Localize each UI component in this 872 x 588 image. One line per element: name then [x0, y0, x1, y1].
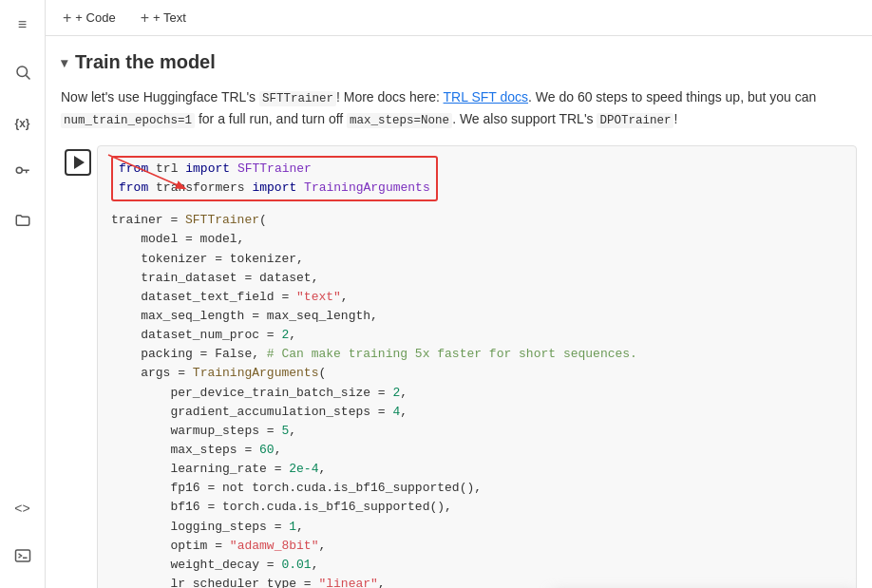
- prose-line1-start: Now let's use Huggingface TRL's: [61, 89, 259, 104]
- sidebar: ≡ {x} <>: [0, 0, 46, 588]
- code-max-steps: max_steps = 60,: [111, 443, 281, 457]
- code-lr-scheduler: lr_scheduler_type = "linear",: [111, 577, 386, 588]
- add-code-label: + Code: [75, 10, 115, 25]
- search-icon: [14, 64, 31, 85]
- code-tokenizer: tokenizer = tokenizer,: [111, 252, 304, 266]
- dpo-trainer-code: DPOTrainer: [597, 113, 673, 128]
- terminal-icon: [14, 547, 31, 569]
- code-fp16: fp16 = not torch.cuda.is_bf16_supported(…: [111, 481, 482, 495]
- sidebar-item-code[interactable]: <>: [8, 493, 38, 523]
- svg-line-1: [26, 75, 29, 79]
- key-icon: [14, 162, 31, 184]
- add-text-button[interactable]: + + Text: [135, 8, 192, 28]
- sidebar-item-search[interactable]: [8, 59, 38, 89]
- prose-after-link: . We do 60 steps to speed things up, but…: [528, 89, 816, 104]
- svg-rect-3: [15, 550, 29, 561]
- section-heading: ▾ Train the model: [61, 51, 857, 73]
- prose-line2-end: . We also support TRL's: [452, 111, 597, 126]
- trl-module: trl: [156, 161, 185, 176]
- prose-exclaim: ! More docs here:: [336, 89, 444, 104]
- chevron-icon[interactable]: ▾: [61, 55, 67, 70]
- svg-point-0: [17, 66, 28, 77]
- prose-line2-mid: for a full run, and turn off: [195, 111, 347, 126]
- run-btn-wrapper: [61, 145, 97, 176]
- code-model: model = model,: [111, 232, 244, 246]
- sidebar-item-secrets[interactable]: [8, 158, 38, 188]
- code-dataset-num-proc: dataset_num_proc = 2,: [111, 328, 296, 342]
- sft-trainer-name: SFTTrainer: [237, 161, 312, 176]
- play-icon: [74, 156, 85, 169]
- add-text-label: + Text: [153, 10, 186, 25]
- code-lr: learning_rate = 2e-4,: [111, 462, 326, 476]
- from-keyword: from: [119, 161, 148, 176]
- sidebar-item-files[interactable]: [8, 207, 38, 237]
- code-warmup: warmup_steps = 5,: [111, 424, 296, 438]
- sidebar-item-terminal[interactable]: [8, 542, 38, 573]
- max-steps-code: max_steps=None: [347, 113, 452, 128]
- code-block[interactable]: from trl import SFTTrainer from transfor…: [97, 145, 857, 588]
- code-icon: <>: [14, 501, 29, 516]
- plus-text-icon: +: [141, 9, 149, 27]
- code-train-dataset: train_dataset = dataset,: [111, 271, 318, 285]
- section-title: Train the model: [75, 51, 216, 73]
- code-logging: logging_steps = 1,: [111, 520, 304, 534]
- variable-icon: {x}: [14, 117, 29, 130]
- plus-code-icon: +: [63, 9, 71, 27]
- import-line-2: from transformers import TrainingArgumen…: [119, 179, 430, 198]
- sidebar-item-variables[interactable]: {x}: [8, 108, 38, 139]
- prose-final: !: [673, 111, 677, 126]
- svg-point-2: [16, 167, 22, 173]
- from-keyword-2: from: [119, 180, 148, 195]
- folder-icon: [14, 212, 31, 234]
- code-dataset-text: dataset_text_field = "text",: [111, 290, 349, 304]
- code-args: args = TrainingArguments(: [111, 366, 326, 380]
- main-content: + + Code + + Text ▾ Train the model Now …: [46, 0, 872, 588]
- transformers-module: transformers: [156, 180, 252, 195]
- code-body: trainer = SFTTrainer( model = model, tok…: [111, 211, 843, 588]
- code-line-trainer: trainer = SFTTrainer(: [111, 213, 267, 227]
- import-line-1: from trl import SFTTrainer: [119, 160, 430, 179]
- code-packing: packing = False, # Can make training 5x …: [111, 347, 637, 361]
- sidebar-bottom: <>: [8, 493, 38, 588]
- num-train-epochs-code: num_train_epochs=1: [61, 113, 195, 128]
- code-grad-accum: gradient_accumulation_steps = 4,: [111, 405, 408, 419]
- code-batch-size: per_device_train_batch_size = 2,: [111, 386, 408, 400]
- add-code-button[interactable]: + + Code: [57, 8, 122, 28]
- prose-description: Now let's use Huggingface TRL's SFTTrain…: [61, 86, 857, 130]
- import-highlight-box: from trl import SFTTrainer from transfor…: [111, 156, 438, 201]
- menu-icon: ≡: [18, 16, 27, 33]
- toolbar: + + Code + + Text: [46, 0, 872, 36]
- code-weight-decay: weight_decay = 0.01,: [111, 558, 318, 572]
- code-optim: optim = "adamw_8bit",: [111, 539, 326, 553]
- sidebar-item-menu[interactable]: ≡: [8, 9, 38, 40]
- training-args-name: TrainingArguments: [304, 180, 430, 195]
- sft-trainer-code: SFTTrainer: [259, 91, 336, 106]
- import-keyword-2: import: [252, 180, 296, 195]
- notebook-content: ▾ Train the model Now let's use Huggingf…: [46, 36, 872, 588]
- code-cell: from trl import SFTTrainer from transfor…: [61, 145, 857, 588]
- trl-sft-docs-link[interactable]: TRL SFT docs: [444, 89, 528, 104]
- import-keyword-1: import: [185, 161, 230, 176]
- code-bf16: bf16 = torch.cuda.is_bf16_supported(),: [111, 500, 452, 514]
- code-max-seq: max_seq_length = max_seq_length,: [111, 309, 378, 323]
- run-button[interactable]: [65, 149, 91, 176]
